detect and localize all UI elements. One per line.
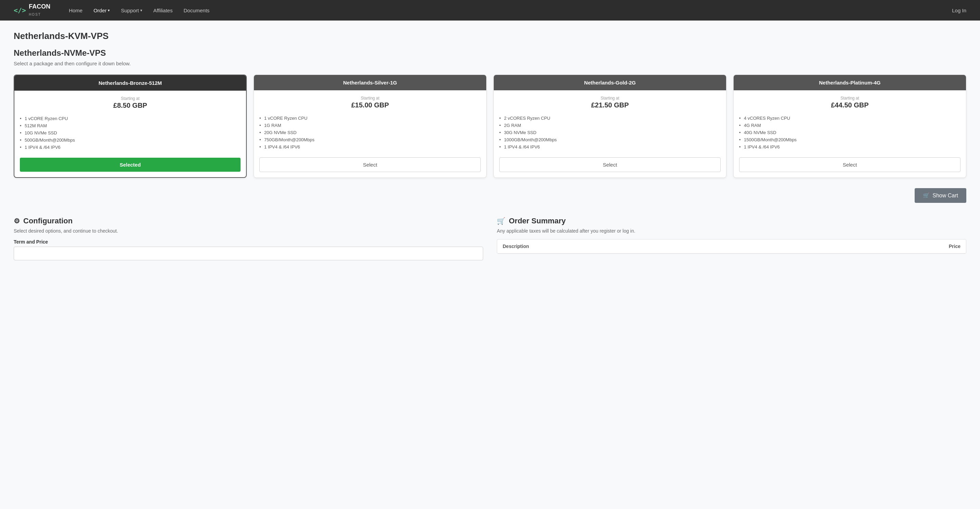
show-cart-area: 🛒 Show Cart [14, 188, 966, 203]
gear-icon: ⚙ [14, 217, 20, 225]
list-item: 1G RAM [259, 122, 481, 129]
login-link[interactable]: Log In [952, 8, 966, 13]
list-item: 1 IPV4 & /64 IPV6 [739, 143, 961, 151]
list-item: 1 vCORE Ryzen CPU [20, 115, 240, 122]
list-item: 30G NVMe SSD [499, 129, 721, 136]
package-header-platinum: Netherlands-Platinum-4G [733, 75, 966, 90]
package-price-label-silver: Starting at [259, 96, 481, 100]
package-card-silver: Netherlands-Silver-1G Starting at £15.00… [253, 75, 487, 178]
show-cart-button[interactable]: 🛒 Show Cart [915, 188, 966, 203]
package-card-platinum: Netherlands-Platinum-4G Starting at £44.… [733, 75, 966, 178]
package-body-bronze: Starting at £8.50 GBP 1 vCORE Ryzen CPU … [14, 91, 246, 177]
list-item: 2 vCORES Ryzen CPU [499, 115, 721, 122]
list-item: 750GB/Month@200Mbps [259, 136, 481, 143]
package-header-bronze: Netherlands-Bronze-512M [14, 75, 246, 91]
package-features-platinum: 4 vCORES Ryzen CPU 4G RAM 40G NVMe SSD 1… [739, 115, 961, 151]
package-price-gold: £21.50 GBP [499, 101, 721, 109]
select-button-gold[interactable]: Select [499, 157, 721, 172]
select-button-bronze[interactable]: Selected [20, 158, 240, 172]
list-item: 512M RAM [20, 122, 240, 129]
package-body-platinum: Starting at £44.50 GBP 4 vCORES Ryzen CP… [733, 90, 966, 178]
cart-icon: 🛒 [497, 217, 505, 225]
show-cart-label: Show Cart [932, 192, 958, 199]
order-summary-card: Description Price [497, 239, 966, 254]
package-price-label-gold: Starting at [499, 96, 721, 100]
list-item: 1 IPV4 & /64 IPV6 [259, 143, 481, 151]
package-features-gold: 2 vCORES Ryzen CPU 2G RAM 30G NVMe SSD 1… [499, 115, 721, 151]
col-price: Price [949, 243, 961, 249]
term-price-label: Term and Price [14, 239, 483, 245]
package-body-silver: Starting at £15.00 GBP 1 vCORE Ryzen CPU… [254, 90, 486, 178]
package-price-label-platinum: Starting at [739, 96, 961, 100]
brand-logo: </> FACON HOST [14, 3, 50, 17]
package-price-label-bronze: Starting at [20, 96, 240, 101]
order-summary-table-header: Description Price [497, 239, 966, 253]
package-features-silver: 1 vCORE Ryzen CPU 1G RAM 20G NVMe SSD 75… [259, 115, 481, 151]
list-item: 40G NVMe SSD [739, 129, 961, 136]
bottom-sections: ⚙ Configuration Select desired options, … [14, 216, 966, 260]
list-item: 1 IPV4 & /64 IPV6 [20, 144, 240, 151]
list-item: 1 IPV4 & /64 IPV6 [499, 143, 721, 151]
configuration-heading: ⚙ Configuration [14, 216, 483, 226]
configuration-section: ⚙ Configuration Select desired options, … [14, 216, 483, 260]
list-item: 1500GB/Month@200Mbps [739, 136, 961, 143]
order-summary-heading: 🛒 Order Summary [497, 216, 966, 226]
select-button-platinum[interactable]: Select [739, 157, 961, 172]
package-price-platinum: £44.50 GBP [739, 101, 961, 109]
section-title: Netherlands-NVMe-VPS [14, 48, 966, 58]
order-summary-section: 🛒 Order Summary Any applicable taxes wil… [497, 216, 966, 260]
list-item: 4 vCORES Ryzen CPU [739, 115, 961, 122]
chevron-down-icon: ▾ [140, 8, 142, 13]
col-description: Description [503, 243, 529, 249]
configuration-description: Select desired options, and continue to … [14, 228, 483, 234]
nav-home[interactable]: Home [64, 5, 87, 16]
page-title: Netherlands-KVM-VPS [14, 31, 966, 41]
package-body-gold: Starting at £21.50 GBP 2 vCORES Ryzen CP… [494, 90, 726, 178]
list-item: 1000GB/Month@200Mbps [499, 136, 721, 143]
package-card-gold: Netherlands-Gold-2G Starting at £21.50 G… [493, 75, 727, 178]
nav-order[interactable]: Order ▾ [89, 5, 115, 16]
nav-support[interactable]: Support ▾ [116, 5, 147, 16]
package-card-bronze: Netherlands-Bronze-512M Starting at £8.5… [14, 75, 247, 178]
list-item: 20G NVMe SSD [259, 129, 481, 136]
list-item: 2G RAM [499, 122, 721, 129]
chevron-down-icon: ▾ [108, 8, 110, 13]
nav-links: Home Order ▾ Support ▾ Affiliates Docume… [64, 5, 952, 16]
page-content: Netherlands-KVM-VPS Netherlands-NVMe-VPS… [0, 21, 980, 270]
navbar: </> FACON HOST Home Order ▾ Support ▾ Af… [0, 0, 980, 21]
cart-icon: 🛒 [923, 192, 930, 199]
list-item: 500GB/Month@200Mbps [20, 137, 240, 144]
package-header-silver: Netherlands-Silver-1G [254, 75, 486, 90]
list-item: 4G RAM [739, 122, 961, 129]
package-price-bronze: £8.50 GBP [20, 102, 240, 110]
package-features-bronze: 1 vCORE Ryzen CPU 512M RAM 10G NVMe SSD … [20, 115, 240, 151]
package-header-gold: Netherlands-Gold-2G [494, 75, 726, 90]
list-item: 10G NVMe SSD [20, 129, 240, 137]
logo-icon: </> [14, 6, 26, 14]
packages-grid: Netherlands-Bronze-512M Starting at £8.5… [14, 75, 966, 178]
term-price-input[interactable] [14, 247, 483, 260]
list-item: 1 vCORE Ryzen CPU [259, 115, 481, 122]
nav-documents[interactable]: Documents [179, 5, 214, 16]
section-subtitle: Select a package and then configure it d… [14, 60, 966, 66]
package-price-silver: £15.00 GBP [259, 101, 481, 109]
nav-affiliates[interactable]: Affiliates [148, 5, 177, 16]
select-button-silver[interactable]: Select [259, 157, 481, 172]
order-summary-description: Any applicable taxes will be calculated … [497, 228, 966, 234]
brand-name: FACON HOST [29, 3, 50, 17]
